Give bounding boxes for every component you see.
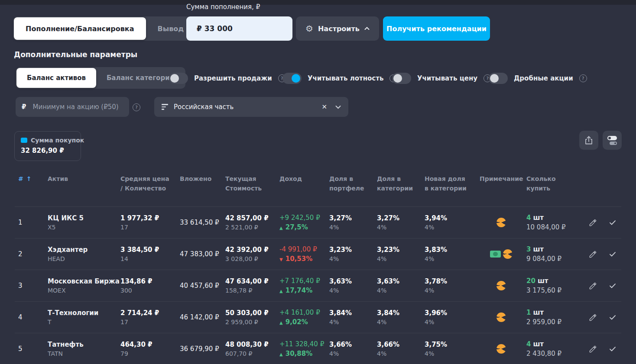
column-header-buy-amount[interactable]: Сколько купить <box>523 171 577 206</box>
avg-price: 3 384,50 ₽ <box>120 246 176 254</box>
pie-icon <box>496 344 506 354</box>
buy-quantity: 1шт <box>526 309 577 316</box>
table-settings-button[interactable] <box>603 131 622 150</box>
table-row: 5 Татнефть TATN 464,30 ₽ 79 36 679,90 ₽ … <box>15 333 621 364</box>
chevron-down-icon[interactable] <box>335 105 341 109</box>
column-header-new-category-share[interactable]: Новая доля в категории <box>421 171 476 206</box>
buy-sum: 2 959,00 ₽ <box>526 318 577 326</box>
edit-icon[interactable] <box>589 313 597 322</box>
toggle-switch[interactable] <box>169 73 188 84</box>
current-price: 2 521,00 ₽ <box>225 224 276 231</box>
current-price: 3 028,00 ₽ <box>225 255 276 262</box>
category-share: 3,23% <box>377 246 421 254</box>
buy-quantity: 20шт <box>526 277 577 285</box>
configure-button-label: Настроить <box>318 25 360 33</box>
help-icon[interactable]: ? <box>579 74 587 82</box>
confirm-icon[interactable] <box>609 250 617 258</box>
toggles-row: Разрешить продажи ? Учитывать лотность ?… <box>0 73 636 86</box>
help-icon[interactable]: ? <box>133 103 140 111</box>
pie-icon <box>496 281 506 290</box>
category-share: 3,27% <box>377 214 421 222</box>
trend-arrow-icon <box>279 223 283 231</box>
column-header-portfolio-share[interactable]: Доля в портфеле <box>326 171 373 206</box>
column-header-current-value[interactable]: Текущая Стоимость <box>222 171 276 206</box>
tab-replenish-balance[interactable]: Пополнение/Балансировка <box>14 17 146 40</box>
invested-value: 33 614,50 ₽ <box>180 219 222 226</box>
confirm-icon[interactable] <box>609 219 617 226</box>
positions-table: # ↑ Актив Средняя цена / Количество Влож… <box>15 171 621 364</box>
confirm-icon[interactable] <box>609 313 617 321</box>
new-category-share: 3,94% <box>425 214 476 222</box>
amount-input[interactable] <box>186 16 292 41</box>
export-button[interactable] <box>579 131 598 150</box>
new-category-share: 3,83% <box>425 246 476 254</box>
income-cell: +4 161,00 ₽ 9,02% <box>276 302 326 333</box>
note-icons <box>476 333 523 364</box>
current-price: 158,78 ₽ <box>225 287 276 294</box>
toggle-knob <box>393 74 402 83</box>
column-header-num[interactable]: # ↑ <box>15 171 44 206</box>
toggle-knob <box>490 74 499 83</box>
category-share-target: 4% <box>377 319 421 325</box>
invested-value: 46 142,00 ₽ <box>180 313 222 321</box>
portfolio-share: 3,63% <box>329 277 373 285</box>
asset-ticker: HEAD <box>48 255 117 262</box>
toggle-switch[interactable] <box>489 73 508 84</box>
income-value: +7 176,40 ₽ <box>279 277 326 285</box>
column-header-asset[interactable]: Актив <box>44 171 117 206</box>
income-cell: -4 991,00 ₽ 10,53% <box>276 238 326 270</box>
toggle-switch[interactable] <box>282 73 302 84</box>
clear-filter-icon[interactable]: ✕ <box>319 103 330 111</box>
configure-button[interactable]: ⚙ Настроить <box>296 16 379 41</box>
confirm-icon[interactable] <box>609 345 617 353</box>
trend-arrow-icon <box>279 350 283 358</box>
portfolio-share-target: 4% <box>329 287 373 294</box>
min-per-share-input[interactable] <box>32 103 123 111</box>
portfolio-share: 3,23% <box>329 246 373 254</box>
category-share: 3,66% <box>377 341 421 348</box>
min-per-share-field[interactable]: ₽ <box>16 97 129 117</box>
row-number: 5 <box>18 345 44 353</box>
table-body: 1 КЦ ИКС 5 X5 1 977,32 ₽ 17 33 614,50 ₽ … <box>15 206 621 364</box>
toggle-label: Дробные акции <box>514 74 573 82</box>
edit-icon[interactable] <box>589 345 597 353</box>
share-icon <box>584 135 593 145</box>
edit-icon[interactable] <box>589 250 597 258</box>
edit-icon[interactable] <box>589 219 597 227</box>
pie-icon <box>503 249 513 259</box>
toggle-group: Учитывать цену ? <box>392 73 491 84</box>
table-header-row: # ↑ Актив Средняя цена / Количество Влож… <box>15 171 621 206</box>
asset-ticker: MOEX <box>48 287 117 294</box>
income-cell: +11 328,40 ₽ 30,88% <box>276 333 326 364</box>
portfolio-rebalance-page: Пополнение/Балансировка Вывод средств Су… <box>0 0 636 364</box>
table-row: 2 Хэдхантер HEAD 3 384,50 ₽ 14 47 383,00… <box>15 238 621 270</box>
current-price: 2 959,00 ₽ <box>225 319 276 325</box>
invested-value: 47 383,00 ₽ <box>180 250 222 258</box>
wallet-icon <box>21 138 27 143</box>
asset-name: Т-Технологии <box>48 309 117 317</box>
confirm-icon[interactable] <box>609 282 617 290</box>
column-header-avg-price[interactable]: Средняя цена / Количество <box>117 171 176 206</box>
portfolio-share-target: 4% <box>329 350 373 357</box>
invested-value: 36 679,90 ₽ <box>180 345 222 353</box>
purchase-sum-label: Сумма покупок <box>31 137 84 144</box>
column-header-category-share[interactable]: Доля в категории <box>373 171 421 206</box>
buy-sum: 10 084,00 ₽ <box>526 223 577 231</box>
column-header-note: Примечание <box>476 171 523 206</box>
gear-icon: ⚙ <box>305 24 313 33</box>
income-value: +4 161,00 ₽ <box>279 309 326 316</box>
column-header-income[interactable]: Доход <box>276 171 326 206</box>
get-recommendations-button[interactable]: Получить рекомендации <box>383 16 490 41</box>
income-percent: 17,74% <box>279 287 326 294</box>
income-percent: 9,02% <box>279 318 326 326</box>
pie-icon <box>496 218 506 227</box>
toggle-switch[interactable] <box>392 73 411 84</box>
row-number: 4 <box>18 313 44 321</box>
category-filter-select[interactable]: Российская часть ✕ <box>154 97 348 117</box>
banknote-icon <box>490 251 501 258</box>
row-number: 2 <box>18 250 44 258</box>
current-value: 48 008,30 ₽ <box>225 341 276 348</box>
column-header-invested[interactable]: Вложено <box>176 171 222 206</box>
edit-icon[interactable] <box>589 282 597 290</box>
income-percent: 10,53% <box>279 255 326 263</box>
